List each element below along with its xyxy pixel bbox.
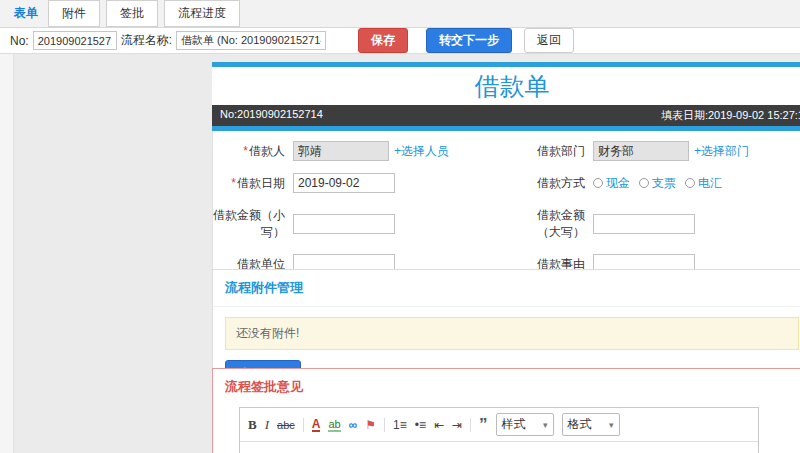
toolbar-separator [470, 418, 471, 432]
approval-panel: 流程签批意见 B I abc A ab ∞ ⚑ 1≡ •≡ ⇤ ⇥ ” 样式 ▾… [212, 368, 800, 453]
chevron-down-icon: ▾ [609, 420, 614, 430]
select-department-link[interactable]: +选择部门 [694, 143, 749, 160]
method-option-wire[interactable]: 电汇 [685, 175, 722, 192]
left-gutter [0, 54, 14, 453]
strikethrough-icon[interactable]: abc [277, 418, 295, 432]
loan-form-panel: 借款单 No:20190902152714 填表日期:2019-09-02 15… [212, 62, 800, 284]
amount-upper-input[interactable] [593, 214, 695, 234]
toolbar-separator [303, 418, 304, 432]
amount-upper-control [593, 208, 800, 240]
process-name-label: 流程名称: [121, 32, 172, 49]
flag-icon[interactable]: ⚑ [365, 418, 376, 432]
process-name-input[interactable] [176, 31, 326, 50]
amount-lower-label: 借款金额（小写） [213, 199, 293, 247]
form-row-1: *借款人 +选择人员 借款部门 +选择部门 [213, 135, 800, 167]
method-option-cash-label: 现金 [606, 175, 630, 192]
style-select[interactable]: 样式 ▾ [496, 413, 554, 436]
no-attachments-message: 还没有附件! [225, 317, 799, 350]
toolbar: No: 流程名称: 保存 转交下一步 返回 [0, 28, 800, 54]
form-title: 借款单 [212, 67, 800, 105]
tab-progress[interactable]: 流程进度 [164, 0, 240, 27]
borrower-input[interactable] [293, 141, 389, 161]
method-option-cheque[interactable]: 支票 [639, 175, 676, 192]
department-input[interactable] [593, 141, 689, 161]
link-icon[interactable]: ∞ [349, 418, 358, 432]
editor-content[interactable] [240, 442, 758, 453]
borrower-control: +选择人员 [293, 135, 515, 167]
form-number-text: No:20190902152714 [220, 108, 323, 123]
department-label: 借款部门 [515, 135, 593, 167]
form-row-3: 借款金额（小写） 借款金额（大写） [213, 199, 800, 247]
font-color-icon[interactable]: A [312, 418, 321, 432]
method-option-wire-label: 电汇 [698, 175, 722, 192]
outdent-icon[interactable]: ⇤ [434, 418, 444, 432]
amount-lower-input[interactable] [293, 214, 395, 234]
required-mark: * [231, 176, 236, 190]
italic-icon[interactable]: I [265, 418, 269, 432]
tab-approval[interactable]: 签批 [106, 0, 158, 27]
radio-icon [685, 178, 695, 188]
form-meta-bar: No:20190902152714 填表日期:2019-09-02 15:27:… [212, 105, 800, 126]
amount-upper-label-text: 借款金额（大写） [537, 208, 585, 238]
loan-date-control [293, 167, 515, 199]
department-label-text: 借款部门 [537, 144, 585, 158]
amount-lower-label-text: 借款金额（小写） [213, 208, 285, 238]
unordered-list-icon[interactable]: •≡ [415, 418, 426, 432]
bold-icon[interactable]: B [248, 418, 257, 432]
amount-lower-control [293, 208, 515, 240]
borrower-label: *借款人 [213, 135, 293, 167]
radio-icon [593, 178, 603, 188]
toolbar-separator [384, 418, 385, 432]
required-mark: * [243, 144, 248, 158]
method-option-cash[interactable]: 现金 [593, 175, 630, 192]
loan-method-control: 现金 支票 电汇 [593, 169, 800, 198]
highlight-icon[interactable]: ab [328, 418, 340, 432]
no-label: No: [10, 34, 29, 48]
loan-date-label-text: 借款日期 [237, 176, 285, 190]
loan-date-input[interactable] [293, 173, 395, 193]
back-button[interactable]: 返回 [524, 28, 574, 53]
form-row-2: *借款日期 借款方式 现金 支票 电汇 [213, 167, 800, 199]
format-select-label: 格式 [568, 416, 592, 433]
ordered-list-icon[interactable]: 1≡ [393, 418, 407, 432]
tab-bar: 表单 附件 签批 流程进度 [0, 0, 800, 28]
approval-title: 流程签批意见 [213, 369, 800, 405]
next-step-button[interactable]: 转交下一步 [426, 28, 512, 53]
form-date-text: 填表日期:2019-09-02 15:27:1 [661, 108, 800, 123]
format-select[interactable]: 格式 ▾ [562, 413, 620, 436]
borrower-label-text: 借款人 [249, 144, 285, 158]
attachments-title: 流程附件管理 [213, 270, 800, 307]
loan-date-label: *借款日期 [213, 167, 293, 199]
tab-attachment[interactable]: 附件 [48, 0, 100, 27]
indent-icon[interactable]: ⇥ [452, 418, 462, 432]
amount-upper-label: 借款金额（大写） [515, 199, 593, 247]
radio-icon [639, 178, 649, 188]
no-input[interactable] [33, 31, 117, 50]
rich-text-editor: B I abc A ab ∞ ⚑ 1≡ •≡ ⇤ ⇥ ” 样式 ▾ 格式 ▾ [239, 407, 759, 453]
department-control: +选择部门 [593, 135, 800, 167]
select-person-link[interactable]: +选择人员 [394, 143, 449, 160]
tab-form[interactable]: 表单 [10, 1, 42, 26]
chevron-down-icon: ▾ [543, 420, 548, 430]
style-select-label: 样式 [502, 416, 526, 433]
form-fields: *借款人 +选择人员 借款部门 +选择部门 *借款日期 借款方式 [212, 131, 800, 283]
loan-method-label: 借款方式 [515, 167, 593, 199]
method-option-cheque-label: 支票 [652, 175, 676, 192]
loan-method-label-text: 借款方式 [537, 176, 585, 190]
editor-toolbar: B I abc A ab ∞ ⚑ 1≡ •≡ ⇤ ⇥ ” 样式 ▾ 格式 ▾ [240, 408, 758, 442]
save-button[interactable]: 保存 [358, 28, 408, 53]
blockquote-icon[interactable]: ” [479, 420, 488, 430]
